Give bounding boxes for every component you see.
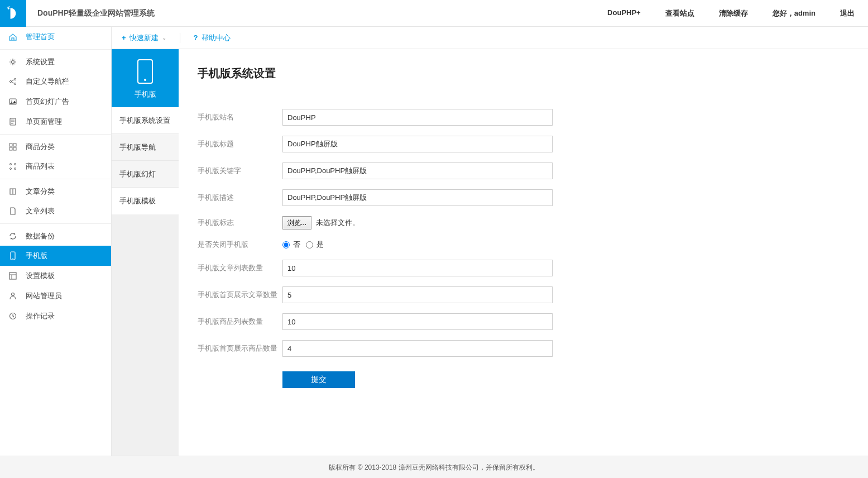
radio-yes-label: 是 bbox=[316, 240, 324, 250]
question-icon: ? bbox=[194, 34, 198, 42]
sidebar-item-article-list[interactable]: 文章列表 bbox=[0, 201, 111, 221]
sidebar-item-label: 商品分类 bbox=[26, 142, 55, 152]
sub-bar: + 快速新建 ⌄ ? 帮助中心 bbox=[112, 27, 868, 49]
sidebar-item-label: 管理首页 bbox=[26, 32, 55, 42]
label-keywords: 手机版关键字 bbox=[198, 166, 282, 176]
sidebar-item-admin[interactable]: 网站管理员 bbox=[0, 286, 111, 306]
sidebar-item-mobile[interactable]: 手机版 bbox=[0, 246, 111, 266]
label-description: 手机版描述 bbox=[198, 193, 282, 203]
greeting-admin[interactable]: 您好，admin bbox=[773, 8, 816, 18]
svg-point-6 bbox=[11, 101, 12, 102]
phone-icon bbox=[8, 251, 18, 261]
submit-button[interactable]: 提交 bbox=[282, 371, 355, 388]
help-button[interactable]: ? 帮助中心 bbox=[194, 33, 231, 43]
sidebar: 管理首页 系统设置 自定义导航栏 首页幻灯广告 单页面管理 商品分类 商品列表 … bbox=[0, 27, 112, 456]
input-site-name[interactable] bbox=[282, 109, 553, 126]
sidebar-item-label: 首页幻灯广告 bbox=[26, 97, 69, 107]
copyright-text: 版权所有 © 2013-2018 漳州豆壳网络科技有限公司，并保留所有权利。 bbox=[329, 463, 539, 471]
svg-point-4 bbox=[14, 83, 16, 84]
radio-yes[interactable] bbox=[306, 241, 313, 248]
quick-new-button[interactable]: + 快速新建 ⌄ bbox=[122, 33, 166, 43]
link-douphp-plus[interactable]: DouPHP+ bbox=[607, 8, 641, 18]
tab-mobile-nav[interactable]: 手机版导航 bbox=[112, 134, 179, 161]
plus-icon: + bbox=[122, 34, 126, 42]
svg-point-13 bbox=[15, 164, 16, 165]
label-home-article-count: 手机版首页展示文章数量 bbox=[198, 290, 282, 300]
grid2-icon bbox=[8, 161, 18, 171]
side-tabs: 手机版 手机版系统设置 手机版导航 手机版幻灯 手机版模板 bbox=[112, 49, 179, 456]
sidebar-item-system[interactable]: 系统设置 bbox=[0, 49, 111, 71]
sidebar-item-logs[interactable]: 操作记录 bbox=[0, 306, 111, 326]
label-site-name: 手机版站名 bbox=[198, 112, 282, 122]
sidebar-item-product-cat[interactable]: 商品分类 bbox=[0, 134, 111, 156]
label-logo: 手机版标志 bbox=[198, 218, 282, 228]
sidebar-item-label: 文章分类 bbox=[26, 187, 55, 197]
input-home-product-count[interactable] bbox=[282, 340, 553, 357]
quick-new-label: 快速新建 bbox=[130, 33, 159, 43]
sidebar-item-article-cat[interactable]: 文章分类 bbox=[0, 179, 111, 201]
link-view-site[interactable]: 查看站点 bbox=[665, 8, 694, 18]
input-description[interactable] bbox=[282, 189, 553, 206]
sidebar-item-label: 网站管理员 bbox=[26, 291, 62, 301]
sidebar-item-slider[interactable]: 首页幻灯广告 bbox=[0, 92, 111, 112]
tab-head: 手机版 bbox=[112, 49, 179, 107]
tab-mobile-template[interactable]: 手机版模板 bbox=[112, 188, 179, 214]
page-icon bbox=[8, 117, 18, 127]
image-icon bbox=[8, 97, 18, 107]
file-status-text: 未选择文件。 bbox=[316, 218, 359, 228]
label-article-list-count: 手机版文章列表数量 bbox=[198, 263, 282, 273]
grid-icon bbox=[8, 142, 18, 152]
svg-rect-8 bbox=[9, 144, 12, 146]
sidebar-item-label: 数据备份 bbox=[26, 231, 55, 241]
svg-rect-10 bbox=[9, 147, 12, 150]
link-logout[interactable]: 退出 bbox=[840, 8, 855, 18]
link-clear-cache[interactable]: 清除缓存 bbox=[719, 8, 748, 18]
radio-no-label: 否 bbox=[293, 240, 300, 250]
label-site-title: 手机版标题 bbox=[198, 139, 282, 149]
input-home-article-count[interactable] bbox=[282, 286, 553, 303]
sidebar-item-template[interactable]: 设置模板 bbox=[0, 266, 111, 286]
sidebar-item-label: 操作记录 bbox=[26, 311, 55, 321]
sidebar-item-label: 商品列表 bbox=[26, 161, 55, 171]
phone-large-icon bbox=[137, 59, 153, 84]
chevron-down-icon: ⌄ bbox=[162, 35, 166, 41]
sidebar-item-nav[interactable]: 自定义导航栏 bbox=[0, 71, 111, 92]
input-keywords[interactable] bbox=[282, 162, 553, 179]
form-panel: 手机版系统设置 手机版站名 手机版标题 手机版关键字 手机版描述 bbox=[179, 49, 868, 456]
sidebar-item-home[interactable]: 管理首页 bbox=[0, 27, 111, 47]
radio-no[interactable] bbox=[282, 241, 290, 248]
svg-rect-11 bbox=[13, 147, 16, 150]
sidebar-item-label: 单页面管理 bbox=[26, 117, 62, 127]
divider bbox=[180, 33, 180, 43]
sidebar-item-product-list[interactable]: 商品列表 bbox=[0, 156, 111, 176]
footer: 版权所有 © 2013-2018 漳州豆壳网络科技有限公司，并保留所有权利。 bbox=[0, 456, 868, 478]
tab-mobile-slider[interactable]: 手机版幻灯 bbox=[112, 161, 179, 188]
tab-label: 手机版模板 bbox=[119, 196, 156, 206]
help-label: 帮助中心 bbox=[202, 33, 231, 43]
sidebar-item-pages[interactable]: 单页面管理 bbox=[0, 112, 111, 132]
label-close-mobile: 是否关闭手机版 bbox=[198, 240, 282, 250]
browse-button[interactable]: 浏览... bbox=[282, 216, 311, 230]
clock-icon bbox=[8, 311, 18, 321]
input-product-list-count[interactable] bbox=[282, 313, 553, 330]
input-site-title[interactable] bbox=[282, 136, 553, 152]
logo-icon bbox=[6, 6, 21, 21]
sidebar-item-backup[interactable]: 数据备份 bbox=[0, 223, 111, 246]
page-title: 手机版系统设置 bbox=[198, 66, 849, 81]
svg-point-1 bbox=[12, 60, 15, 63]
svg-point-14 bbox=[10, 168, 12, 170]
svg-point-12 bbox=[10, 164, 12, 165]
book-icon bbox=[8, 187, 18, 197]
tab-label: 手机版系统设置 bbox=[119, 116, 170, 126]
home-icon bbox=[8, 32, 18, 42]
tab-label: 手机版导航 bbox=[119, 142, 156, 152]
tab-system-settings[interactable]: 手机版系统设置 bbox=[112, 107, 179, 134]
svg-point-0 bbox=[7, 7, 9, 9]
top-right-links: DouPHP+ 查看站点 清除缓存 您好，admin 退出 bbox=[607, 8, 855, 18]
sidebar-item-label: 设置模板 bbox=[26, 271, 55, 281]
input-article-list-count[interactable] bbox=[282, 260, 553, 276]
top-bar: DouPHP轻量级企业网站管理系统 DouPHP+ 查看站点 清除缓存 您好，a… bbox=[0, 0, 868, 27]
label-home-product-count: 手机版首页展示商品数量 bbox=[198, 343, 282, 353]
tab-label: 手机版幻灯 bbox=[119, 169, 156, 179]
svg-point-15 bbox=[15, 168, 16, 170]
